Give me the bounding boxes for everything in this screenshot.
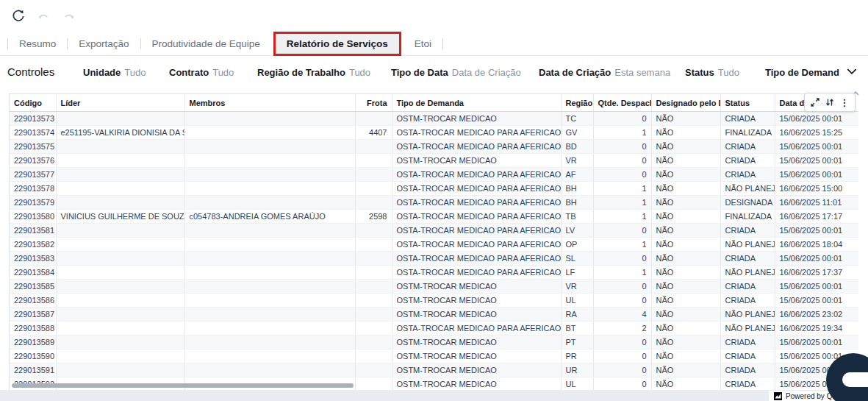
table-cell[interactable] [184,294,355,308]
table-cell[interactable] [355,140,392,154]
table-cell[interactable]: OSTA-TROCAR MEDICAO PARA AFERICAO [392,126,561,140]
table-cell[interactable]: 229013591 [10,363,56,377]
table-cell[interactable]: 16/06/2025 19:34 [775,322,858,336]
table-cell[interactable] [355,280,392,294]
table-cell[interactable]: 0 [593,377,651,391]
table-cell[interactable]: 1 [593,266,651,280]
table-cell[interactable] [184,252,355,266]
table-cell[interactable]: 16/06/2025 18:04 [775,238,858,252]
table-cell[interactable]: DESIGNADA [720,196,775,210]
table-cell[interactable]: NÃO [651,154,720,168]
table-cell[interactable]: LF [561,266,593,280]
table-cell[interactable]: 229013578 [10,182,56,196]
table-cell[interactable]: BH [561,196,593,210]
table-cell[interactable]: NÃO [651,377,720,391]
table-cell[interactable] [56,308,184,322]
table-cell[interactable]: AF [561,168,593,182]
table-cell[interactable]: OSTA-TROCAR MEDICAO PARA AFERICAO [392,182,561,196]
table-cell[interactable] [355,294,392,308]
table-cell[interactable] [184,322,355,336]
table-cell[interactable]: NÃO [651,294,720,308]
table-cell[interactable]: c054783-ANDREIA GOMES ARAÚJO [184,210,355,224]
table-cell[interactable]: OSTM-TROCAR MEDICAO [392,294,561,308]
table-cell[interactable] [355,377,392,391]
tab-resumo[interactable]: Resumo [8,34,67,54]
table-cell[interactable] [355,154,392,168]
table-cell[interactable] [56,112,184,126]
table-cell[interactable]: 15/06/2025 00:01 [775,252,858,266]
tab-exporta-o[interactable]: Exportação [68,34,140,54]
table-cell[interactable]: 4407 [355,126,392,140]
table-cell[interactable] [184,154,355,168]
table-cell[interactable]: 229013587 [10,308,56,322]
table-cell[interactable]: NÃO [651,224,720,238]
table-cell[interactable]: NÃO [651,336,720,349]
column-header-regi-o[interactable]: Região [561,94,593,112]
table-cell[interactable]: NÃO [651,349,720,363]
table-cell[interactable]: 229013588 [10,322,56,336]
table-cell[interactable] [56,280,184,294]
table-cell[interactable]: CRIADA [720,154,775,168]
table-cell[interactable] [355,363,392,377]
table-cell[interactable]: 229013581 [10,224,56,238]
table-cell[interactable]: OSTA-TROCAR MEDICAO PARA AFERICAO [392,196,561,210]
tab-produtividade-de-equipe[interactable]: Produtividade de Equipe [141,34,271,54]
table-cell[interactable]: CRIADA [720,140,775,154]
table-cell[interactable] [56,140,184,154]
table-cell[interactable]: OSTA-TROCAR MEDICAO PARA AFERICAO [392,266,561,280]
table-cell[interactable]: 0 [593,336,651,349]
table-cell[interactable]: FINALIZADA [720,210,775,224]
table-cell[interactable] [184,126,355,140]
horizontal-scrollbar-thumb[interactable] [12,383,354,388]
table-cell[interactable]: 229013577 [10,168,56,182]
table-cell[interactable]: 0 [593,363,651,377]
table-cell[interactable]: OSTM-TROCAR MEDICAO [392,349,561,363]
table-cell[interactable]: 229013589 [10,336,56,349]
tab-etoi[interactable]: Etoi [403,34,442,54]
table-cell[interactable]: 16/06/2025 15:25 [775,126,858,140]
sort-icon[interactable] [824,96,836,108]
table-cell[interactable]: UR [561,363,593,377]
table-cell[interactable]: 1 [593,182,651,196]
table-cell[interactable]: 0 [593,154,651,168]
table-cell[interactable]: 1 [593,238,651,252]
table-cell[interactable]: NÃO [651,112,720,126]
table-cell[interactable]: OSTA-TROCAR MEDICAO PARA AFERICAO [392,252,561,266]
table-cell[interactable]: CRIADA [720,224,775,238]
table-cell[interactable] [56,196,184,210]
table-cell[interactable]: 0 [593,168,651,182]
table-cell[interactable]: LV [561,224,593,238]
table-cell[interactable]: 4 [593,308,651,322]
table-cell[interactable] [184,224,355,238]
table-cell[interactable]: OSTA-TROCAR MEDICAO PARA AFERICAO [392,210,561,224]
undo-icon[interactable] [37,10,50,23]
filter-tipo-de-data[interactable]: Tipo de DataData de Criação [391,67,521,78]
table-cell[interactable]: 16/06/2025 23:02 [775,308,858,322]
column-header-status[interactable]: Status [720,94,775,112]
table-cell[interactable] [56,252,184,266]
table-cell[interactable] [355,224,392,238]
table-cell[interactable]: OSTA-TROCAR MEDICAO PARA AFERICAO [392,238,561,252]
table-cell[interactable]: NÃO [651,252,720,266]
table-cell[interactable]: NÃO [651,280,720,294]
table-cell[interactable] [184,349,355,363]
table-cell[interactable]: CRIADA [720,168,775,182]
table-cell[interactable] [56,322,184,336]
table-cell[interactable] [355,238,392,252]
table-cell[interactable]: TC [561,112,593,126]
table-cell[interactable] [56,224,184,238]
table-cell[interactable]: OSTM-TROCAR MEDICAO [392,280,561,294]
reset-icon[interactable] [12,10,25,23]
table-cell[interactable]: CRIADA [720,363,775,377]
table-cell[interactable] [184,266,355,280]
table-cell[interactable]: 2598 [355,210,392,224]
table-cell[interactable] [56,363,184,377]
table-cell[interactable]: 229013573 [10,112,56,126]
table-cell[interactable]: 0 [593,349,651,363]
table-cell[interactable]: 15/06/2025 00:01 [775,294,858,308]
redo-icon[interactable] [62,10,75,23]
table-cell[interactable]: OSTA-TROCAR MEDICAO PARA AFERICAO [392,322,561,336]
table-cell[interactable] [355,349,392,363]
table-cell[interactable]: 0 [593,224,651,238]
table-cell[interactable]: 229013582 [10,238,56,252]
